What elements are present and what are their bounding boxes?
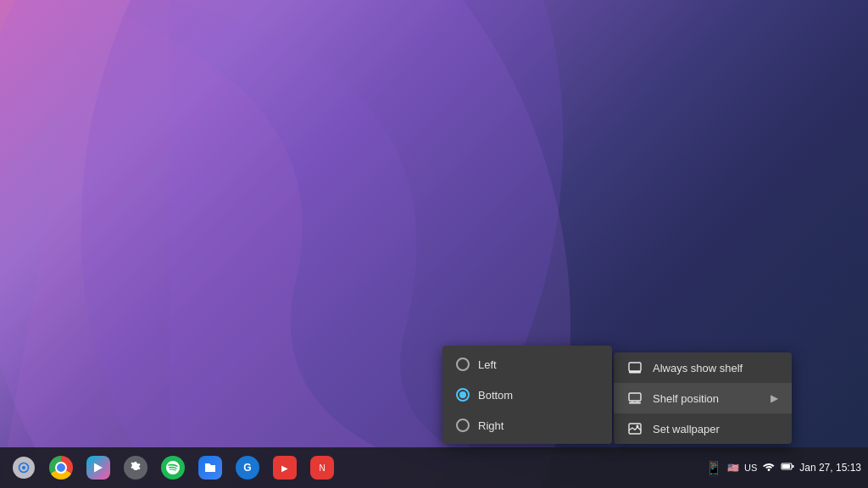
shelf-position-submenu: Left Bottom Right <box>442 346 612 444</box>
chrome-icon <box>49 456 73 480</box>
app-files[interactable] <box>193 451 227 485</box>
set-wallpaper-icon <box>627 421 643 436</box>
app-spotify[interactable] <box>156 451 190 485</box>
generic-icon-1: G <box>236 456 259 480</box>
app-chrome[interactable] <box>44 451 78 485</box>
submenu-label-bottom: Bottom <box>478 389 513 402</box>
shelf-position-label: Shelf position <box>653 392 719 405</box>
shelf: G ▶ N 📱 🇺🇸 US <box>0 447 868 488</box>
flag-text: US <box>744 463 757 473</box>
launcher-circle <box>13 457 35 479</box>
radio-left <box>456 358 470 371</box>
menu-item-shelf-position[interactable]: Shelf position ▶ <box>614 383 792 413</box>
svg-point-9 <box>637 425 639 428</box>
battery-icon <box>781 459 794 476</box>
submenu-item-left[interactable]: Left <box>442 349 612 380</box>
svg-rect-3 <box>629 371 641 374</box>
submenu-label-left: Left <box>478 358 497 371</box>
app-generic-1[interactable]: G <box>231 451 264 485</box>
submenu-label-right: Right <box>478 419 504 432</box>
app-generic-2[interactable]: ▶ <box>268 451 302 485</box>
menu-item-set-wallpaper[interactable]: Set wallpaper <box>614 413 792 444</box>
generic-icon-2: ▶ <box>273 456 297 480</box>
submenu-item-right[interactable]: Right <box>442 410 612 441</box>
context-menu: Always show shelf Shelf position ▶ Set w… <box>614 352 792 444</box>
chevron-right-icon: ▶ <box>771 392 778 404</box>
menu-item-always-show-shelf[interactable]: Always show shelf <box>614 352 792 383</box>
app-generic-3[interactable]: N <box>305 451 339 485</box>
play-store-icon <box>86 456 110 480</box>
always-show-shelf-icon <box>627 360 643 375</box>
system-tray[interactable]: 📱 🇺🇸 US Jan 27, 15:13 <box>705 459 861 476</box>
launcher-button[interactable] <box>7 451 41 485</box>
svg-rect-14 <box>793 465 794 468</box>
set-wallpaper-label: Set wallpaper <box>653 423 720 435</box>
shelf-apps: G ▶ N <box>7 451 339 485</box>
generic-icon-3: N <box>310 456 334 480</box>
settings-icon <box>124 456 147 480</box>
submenu-item-bottom[interactable]: Bottom <box>442 380 612 410</box>
always-show-shelf-label: Always show shelf <box>653 362 743 374</box>
spotify-icon <box>161 456 185 480</box>
svg-point-11 <box>22 466 25 469</box>
radio-right <box>456 419 470 432</box>
svg-rect-4 <box>629 393 641 401</box>
svg-rect-5 <box>629 402 641 404</box>
files-icon <box>198 456 222 480</box>
app-settings[interactable] <box>119 451 153 485</box>
phone-icon: 📱 <box>705 460 722 476</box>
wifi-icon <box>762 459 776 476</box>
radio-bottom-fill <box>459 391 466 398</box>
svg-rect-13 <box>782 464 790 469</box>
shelf-position-icon <box>627 391 643 406</box>
network-flag: 🇺🇸 <box>727 463 739 474</box>
app-play-store[interactable] <box>81 451 115 485</box>
clock[interactable]: Jan 27, 15:13 <box>799 462 861 474</box>
radio-bottom <box>456 388 470 402</box>
svg-rect-2 <box>629 363 641 371</box>
